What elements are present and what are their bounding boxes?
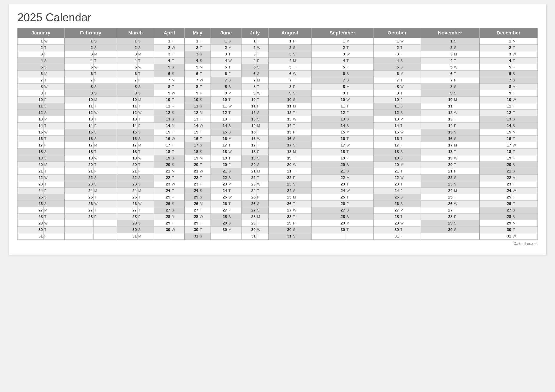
day-of-week: F xyxy=(512,110,537,116)
day-number: 16 xyxy=(211,136,228,142)
day-number: 10 xyxy=(211,97,228,103)
day-number: 16 xyxy=(65,136,94,142)
day-of-week: T xyxy=(199,162,211,168)
day-of-week: S xyxy=(292,227,311,233)
day-of-week: M xyxy=(512,175,537,181)
day-number: 7 xyxy=(373,77,400,84)
day-number: 30 xyxy=(184,227,199,233)
day-of-week: W xyxy=(346,97,373,103)
day-of-week: T xyxy=(94,58,117,64)
day-number: 9 xyxy=(241,90,256,97)
day-of-week: T xyxy=(138,103,154,110)
day-number: 7 xyxy=(311,77,346,84)
day-number: 23 xyxy=(421,181,453,188)
day-number: 13 xyxy=(373,116,400,123)
day-number: 4 xyxy=(154,58,171,64)
day-of-week: T xyxy=(199,207,211,214)
day-number: 9 xyxy=(154,90,171,97)
day-number: 28 xyxy=(268,214,292,220)
calendar-row: 26S26W26W26S26M26T26S26T26F26S26W26F xyxy=(18,201,538,207)
day-number: 27 xyxy=(184,207,199,214)
calendar-row: 15W15S15S15T15T15S15T15F15M15W15S15M xyxy=(18,129,538,136)
day-of-week: F xyxy=(346,110,373,116)
day-of-week: T xyxy=(512,136,537,142)
day-number: 14 xyxy=(421,123,453,129)
day-number: 31 xyxy=(480,233,512,240)
day-number: 21 xyxy=(184,168,199,175)
day-number: 16 xyxy=(268,136,292,142)
calendar-row: 22W22S22S22T22T22S22T22F22M22W22S22M xyxy=(18,175,538,181)
day-number: 23 xyxy=(241,181,256,188)
day-of-week: F xyxy=(346,64,373,71)
day-of-week: S xyxy=(512,123,537,129)
day-of-week: W xyxy=(44,84,65,90)
day-number: 31 xyxy=(184,233,199,240)
calendar-row: 16T16S16S16W16F16M16W16S16T16T16S16T xyxy=(18,136,538,142)
day-number: 29 xyxy=(311,220,346,227)
day-of-week: M xyxy=(346,38,373,45)
day-of-week: F xyxy=(228,207,241,214)
day-of-week: T xyxy=(199,116,211,123)
day-of-week: S xyxy=(256,207,269,214)
day-of-week: W xyxy=(400,38,421,45)
day-of-week: T xyxy=(453,58,480,64)
day-of-week: T xyxy=(400,181,421,188)
calendar-row: 25S25T25T25F25S25W25F25M25T25S25T25T xyxy=(18,194,538,201)
day-of-week: T xyxy=(400,227,421,233)
day-number: 17 xyxy=(117,142,138,149)
day-number: 5 xyxy=(117,64,138,71)
day-number: 21 xyxy=(211,168,228,175)
day-number: 7 xyxy=(211,77,228,84)
day-number: 19 xyxy=(241,155,256,162)
day-number: 31 xyxy=(117,233,138,240)
day-of-week: W xyxy=(453,201,480,207)
day-of-week: S xyxy=(512,71,537,77)
day-of-week: S xyxy=(44,194,65,201)
month-header-may: May xyxy=(184,28,211,38)
day-of-week: S xyxy=(138,227,154,233)
day-number: 7 xyxy=(241,77,256,84)
day-number: 24 xyxy=(211,188,228,194)
day-number: 22 xyxy=(311,175,346,181)
day-number: 14 xyxy=(65,123,94,129)
day-of-week: S xyxy=(400,103,421,110)
day-number: 20 xyxy=(65,162,94,168)
day-number: 30 xyxy=(154,227,171,233)
day-of-week: M xyxy=(453,142,480,149)
day-of-week: M xyxy=(400,71,421,77)
day-of-week: S xyxy=(256,155,269,162)
day-number: 11 xyxy=(311,103,346,110)
day-number: 5 xyxy=(480,64,512,71)
day-of-week: T xyxy=(171,129,184,136)
day-of-week: S xyxy=(512,116,537,123)
day-of-week: W xyxy=(199,77,211,84)
day-number: 2 xyxy=(241,45,256,51)
day-of-week: M xyxy=(228,45,241,51)
day-of-week: M xyxy=(171,168,184,175)
day-of-week: T xyxy=(400,214,421,220)
day-number: 11 xyxy=(268,103,292,110)
day-number: 9 xyxy=(18,90,44,97)
day-number: 14 xyxy=(241,123,256,129)
day-of-week: S xyxy=(400,194,421,201)
month-header-november: November xyxy=(421,28,480,38)
day-of-week: W xyxy=(346,51,373,58)
day-number: 29 xyxy=(480,220,512,227)
day-of-week: F xyxy=(346,201,373,207)
day-of-week: S xyxy=(400,201,421,207)
day-of-week: F xyxy=(138,214,154,220)
day-number: 3 xyxy=(18,51,44,58)
day-number: 11 xyxy=(18,103,44,110)
day-of-week: F xyxy=(44,97,65,103)
day-of-week: W xyxy=(512,97,537,103)
day-of-week: T xyxy=(292,155,311,162)
day-of-week: T xyxy=(44,123,65,129)
day-number: 19 xyxy=(268,155,292,162)
day-of-week: F xyxy=(199,227,211,233)
day-number: 27 xyxy=(241,207,256,214)
day-of-week: M xyxy=(199,64,211,71)
day-of-week: F xyxy=(453,168,480,175)
day-of-week: S xyxy=(346,116,373,123)
day-of-week: S xyxy=(138,220,154,227)
month-header-july: July xyxy=(241,28,268,38)
